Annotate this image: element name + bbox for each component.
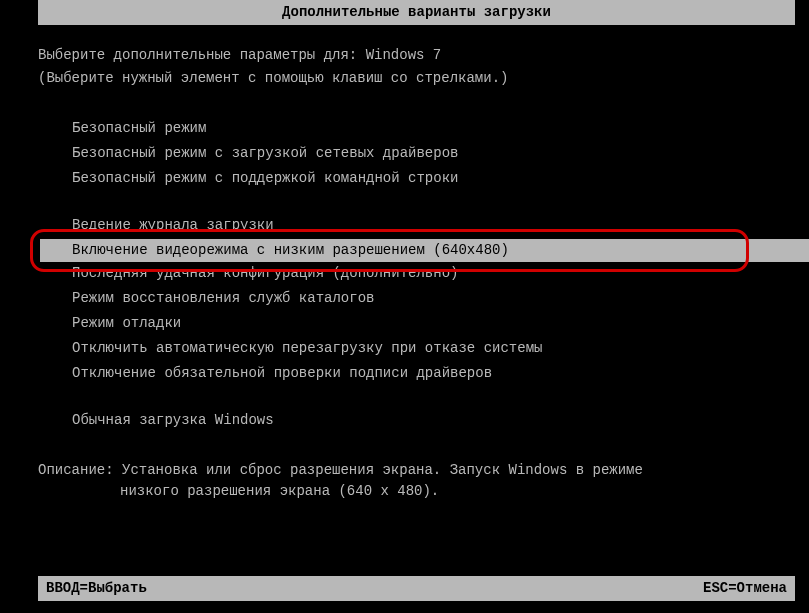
option-safe-mode-cmd[interactable]: Безопасный режим с поддержкой командной …: [68, 167, 771, 190]
option-safe-mode-networking[interactable]: Безопасный режим с загрузкой сетевых дра…: [68, 142, 771, 165]
header-line-1: Выберите дополнительные параметры для: W…: [38, 45, 771, 66]
option-disable-driver-sig[interactable]: Отключение обязательной проверки подписи…: [68, 362, 771, 385]
option-ds-restore[interactable]: Режим восстановления служб каталогов: [68, 287, 771, 310]
footer-bar: ВВОД=Выбрать ESC=Отмена: [38, 576, 795, 601]
selected-option-wrapper: Включение видеорежима с низким разрешени…: [40, 239, 809, 262]
title-text: Дополнительные варианты загрузки: [282, 4, 551, 20]
description-label: Описание:: [38, 462, 122, 478]
os-name: Windows 7: [366, 47, 442, 63]
footer-enter-hint: ВВОД=Выбрать: [46, 578, 147, 599]
option-disable-auto-restart[interactable]: Отключить автоматическую перезагрузку пр…: [68, 337, 771, 360]
header-line-2: (Выберите нужный элемент с помощью клави…: [38, 68, 771, 89]
description-text-1: Установка или сброс разрешения экрана. З…: [122, 462, 643, 478]
option-boot-logging[interactable]: Ведение журнала загрузки: [40, 214, 771, 237]
description-text-2: низкого разрешения экрана (640 x 480).: [120, 481, 771, 502]
header-prefix: Выберите дополнительные параметры для:: [38, 47, 366, 63]
content-area: Выберите дополнительные параметры для: W…: [0, 25, 809, 502]
boot-options-screen: Дополнительные варианты загрузки Выберит…: [0, 0, 809, 613]
option-low-res-video[interactable]: Включение видеорежима с низким разрешени…: [40, 239, 809, 262]
title-bar: Дополнительные варианты загрузки: [38, 0, 795, 25]
description-block: Описание: Установка или сброс разрешения…: [38, 460, 771, 502]
option-normal-boot[interactable]: Обычная загрузка Windows: [68, 409, 771, 432]
option-last-known-good[interactable]: Последняя удачная конфигурация (дополнит…: [40, 262, 771, 285]
option-debug-mode[interactable]: Режим отладки: [68, 312, 771, 335]
boot-options-list: Безопасный режим Безопасный режим с загр…: [68, 117, 771, 432]
option-safe-mode[interactable]: Безопасный режим: [68, 117, 771, 140]
footer-esc-hint: ESC=Отмена: [703, 578, 787, 599]
